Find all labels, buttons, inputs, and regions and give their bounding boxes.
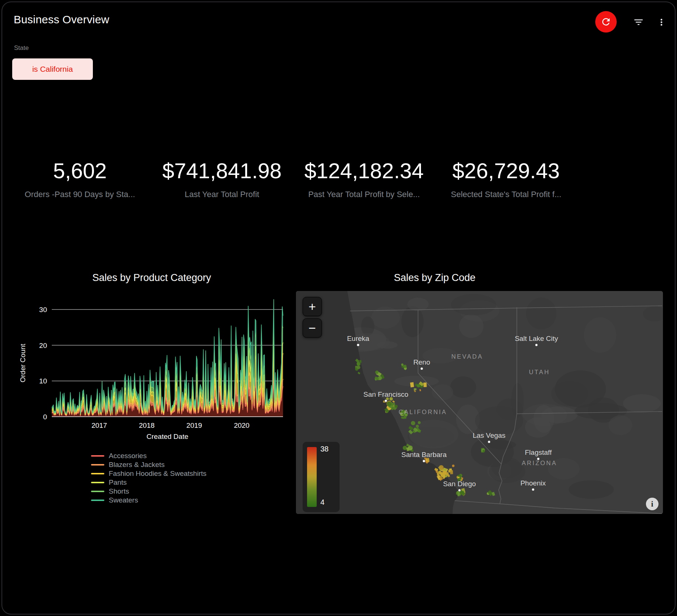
zip-blob — [410, 382, 414, 387]
terrain-patch — [371, 307, 400, 329]
terrain-patch — [451, 294, 496, 315]
terrain-patch — [584, 317, 616, 353]
zip-blob — [375, 370, 378, 374]
refresh-icon — [600, 16, 612, 27]
city-label: Santa Barbara — [401, 451, 447, 458]
scorecard-last-year-profit: $741,841.98 Last Year Total Profit — [151, 158, 293, 199]
legend-item[interactable]: Pants — [91, 479, 206, 485]
y-tick-label: 0 — [43, 413, 47, 421]
zip-blob — [410, 446, 412, 448]
scorecard-value: $26,729.43 — [435, 158, 577, 183]
y-tick-label: 20 — [39, 342, 47, 349]
legend-label: Pants — [109, 478, 127, 487]
filter-dimension-label: State — [14, 44, 29, 52]
zip-blob — [387, 401, 391, 406]
terrain-patch — [609, 415, 632, 435]
zip-blob — [401, 363, 403, 366]
terrain-patch — [432, 384, 453, 400]
map-color-legend: 38 4 — [303, 442, 340, 512]
more-menu-button[interactable] — [656, 16, 667, 28]
region-label: NEVADA — [451, 353, 483, 360]
terrain-patch — [492, 457, 522, 478]
legend-swatch — [91, 500, 104, 501]
city-marker — [357, 343, 359, 346]
terrain-patch — [407, 298, 429, 311]
zip-blob — [450, 470, 453, 474]
x-tick-label: 2017 — [91, 422, 107, 429]
zip-blob — [390, 406, 392, 408]
region-label: ARIZONA — [522, 460, 557, 466]
filter-button[interactable] — [633, 16, 644, 28]
zip-blob — [482, 450, 485, 453]
city-label: Salt Lake City — [515, 335, 558, 342]
x-axis-title: Created Date — [146, 433, 188, 440]
zip-chart-title: Sales by Zip Code — [294, 272, 575, 284]
zoom-out-button[interactable]: − — [303, 318, 322, 338]
scorecard-value: $741,841.98 — [151, 158, 293, 183]
legend-label: Sweaters — [109, 496, 138, 504]
category-chart-title: Sales by Product Category — [11, 272, 292, 284]
zip-blob — [423, 382, 427, 387]
zip-blob — [458, 477, 460, 478]
x-tick-label: 2020 — [234, 422, 249, 429]
zip-blob — [395, 405, 398, 408]
legend-swatch — [91, 473, 104, 474]
map-info-button[interactable]: i — [646, 498, 659, 510]
state-filter-chip[interactable]: is California — [12, 58, 93, 80]
y-axis-title: Order Count — [19, 343, 27, 382]
y-tick-label: 30 — [39, 306, 47, 314]
region-label: UTAH — [529, 369, 550, 375]
city-label: San Diego — [443, 480, 476, 488]
legend-label: Blazers & Jackets — [109, 461, 165, 469]
scorecard-label: Past Year Total Profit by Sele... — [293, 190, 435, 199]
city-label: Eureka — [347, 335, 370, 342]
legend-item[interactable]: Accessories — [91, 453, 206, 459]
legend-label: Shorts — [109, 487, 129, 495]
zip-blob — [458, 493, 460, 496]
zip-map-widget: EurekaRenoSalt Lake CitySan FranciscoLas… — [296, 291, 663, 514]
terrain-patch — [526, 298, 556, 329]
category-chart-legend: AccessoriesBlazers & JacketsFashion Hood… — [91, 453, 206, 503]
zip-blob — [452, 464, 455, 467]
legend-label: Fashion Hoodies & Sweatshirts — [109, 470, 206, 478]
city-marker — [535, 343, 538, 346]
zip-blob — [418, 421, 421, 424]
terrain-patch — [459, 314, 484, 338]
terrain-patch — [623, 394, 661, 413]
zip-blob — [411, 421, 415, 425]
zoom-in-button[interactable]: + — [303, 297, 322, 316]
scorecard-value: 5,602 — [9, 158, 151, 183]
city-label: Flagstaff — [525, 449, 552, 456]
city-marker — [422, 460, 425, 462]
page-title: Business Overview — [14, 13, 110, 26]
terrain-patch — [555, 370, 606, 407]
scorecard-row: 5,602 Orders -Past 90 Days by Sta... $74… — [9, 158, 577, 199]
legend-item[interactable]: Sweaters — [91, 497, 206, 503]
legend-swatch — [91, 455, 104, 457]
x-tick-label: 2018 — [139, 422, 155, 429]
map-canvas[interactable]: EurekaRenoSalt Lake CitySan FranciscoLas… — [296, 291, 663, 514]
legend-swatch — [91, 482, 104, 483]
legend-min-value: 4 — [320, 498, 324, 507]
scorecard-state-profit: $26,729.43 Selected State's Total Profit… — [435, 158, 577, 199]
legend-swatch — [91, 491, 104, 492]
scorecard-label: Orders -Past 90 Days by Sta... — [9, 190, 151, 199]
legend-item[interactable]: Fashion Hoodies & Sweatshirts — [91, 470, 206, 477]
city-label: Reno — [413, 358, 430, 366]
map-zoom-controls: + − — [303, 297, 322, 338]
kebab-icon — [656, 17, 667, 27]
legend-swatch — [91, 464, 104, 466]
terrain-patch — [569, 480, 614, 499]
legend-gradient-bar — [307, 447, 317, 507]
legend-item[interactable]: Shorts — [91, 488, 206, 494]
zip-blob — [357, 366, 360, 369]
scorecard-label: Last Year Total Profit — [151, 190, 293, 199]
city-label: Las Vegas — [473, 431, 506, 439]
city-marker — [532, 488, 534, 491]
refresh-button[interactable] — [595, 11, 617, 33]
filter-icon — [633, 17, 644, 28]
zip-blob — [417, 384, 420, 387]
city-label: Phoenix — [521, 479, 546, 487]
legend-item[interactable]: Blazers & Jackets — [91, 461, 206, 468]
terrain-patch — [361, 317, 374, 336]
